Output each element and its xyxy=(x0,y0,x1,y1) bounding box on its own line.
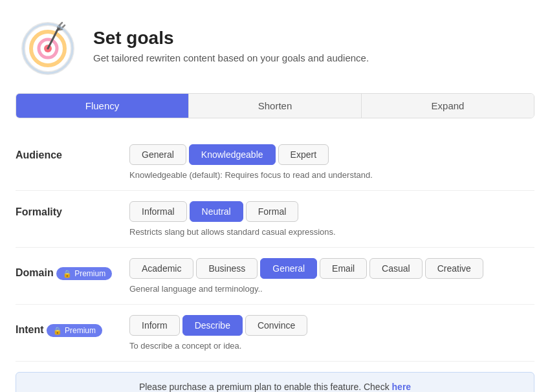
domain-academic-btn[interactable]: Academic xyxy=(129,258,193,279)
domain-creative-btn[interactable]: Creative xyxy=(425,258,483,279)
audience-options: General Knowledgeable Expert xyxy=(129,144,534,165)
lock-icon-2: 🔒 xyxy=(53,327,62,335)
audience-section: Audience General Knowledgeable Expert Kn… xyxy=(16,134,534,191)
header-text: Set goals Get tailored rewriten content … xyxy=(93,28,369,63)
audience-content: General Knowledgeable Expert Knowledgeab… xyxy=(129,144,534,180)
domain-content: Academic Business General Email Casual C… xyxy=(129,258,534,294)
domain-casual-btn[interactable]: Casual xyxy=(369,258,423,279)
formality-neutral-btn[interactable]: Neutral xyxy=(190,201,243,222)
formality-description: Restricts slang but allows standard casu… xyxy=(129,227,534,237)
page-header: Set goals Get tailored rewriten content … xyxy=(16,13,534,78)
formality-content: Informal Neutral Formal Restricts slang … xyxy=(129,201,534,237)
formality-label: Formality xyxy=(16,206,62,217)
intent-label: Intent xyxy=(16,324,44,335)
intent-description: To describe a concept or idea. xyxy=(129,341,534,351)
audience-expert-btn[interactable]: Expert xyxy=(278,144,329,165)
intent-section: Intent 🔒 Premium Inform Describe Convinc… xyxy=(16,305,534,362)
lock-icon: 🔒 xyxy=(63,270,72,278)
domain-description: General language and terminology.. xyxy=(129,284,534,294)
premium-notice-link[interactable]: here xyxy=(392,382,412,392)
premium-notice-text: Please purchase a premium plan to enable… xyxy=(139,382,390,392)
intent-describe-btn[interactable]: Describe xyxy=(182,315,243,336)
audience-knowledgeable-btn[interactable]: Knowledgeable xyxy=(189,144,276,165)
domain-business-btn[interactable]: Business xyxy=(196,258,258,279)
formality-formal-btn[interactable]: Formal xyxy=(246,201,299,222)
domain-premium-label: Premium xyxy=(74,269,105,278)
domain-premium-badge: 🔒 Premium xyxy=(56,267,112,280)
audience-label: Audience xyxy=(16,149,62,160)
tab-expand[interactable]: Expand xyxy=(362,94,534,118)
page-subtitle: Get tailored rewriten content based on y… xyxy=(93,52,369,63)
tab-bar: Fluency Shorten Expand xyxy=(16,93,534,118)
formality-informal-btn[interactable]: Informal xyxy=(129,201,187,222)
domain-section: Domain 🔒 Premium Academic Business Gener… xyxy=(16,248,534,305)
domain-label: Domain xyxy=(16,267,54,278)
audience-general-btn[interactable]: General xyxy=(129,144,186,165)
audience-description: Knowledgeable (default): Requires focus … xyxy=(129,170,534,180)
domain-email-btn[interactable]: Email xyxy=(320,258,367,279)
domain-general-btn[interactable]: General xyxy=(260,258,317,279)
page-title: Set goals xyxy=(93,28,369,49)
logo xyxy=(16,13,80,78)
domain-options: Academic Business General Email Casual C… xyxy=(129,258,534,279)
tab-fluency[interactable]: Fluency xyxy=(16,94,189,118)
intent-content: Inform Describe Convince To describe a c… xyxy=(129,315,534,351)
intent-inform-btn[interactable]: Inform xyxy=(129,315,180,336)
intent-premium-badge: 🔒 Premium xyxy=(47,324,102,337)
intent-premium-label: Premium xyxy=(65,326,96,335)
premium-notice: Please purchase a premium plan to enable… xyxy=(16,372,534,392)
intent-options: Inform Describe Convince xyxy=(129,315,534,336)
tab-shorten[interactable]: Shorten xyxy=(189,94,362,118)
intent-convince-btn[interactable]: Convince xyxy=(245,315,307,336)
formality-section: Formality Informal Neutral Formal Restri… xyxy=(16,191,534,248)
formality-options: Informal Neutral Formal xyxy=(129,201,534,222)
